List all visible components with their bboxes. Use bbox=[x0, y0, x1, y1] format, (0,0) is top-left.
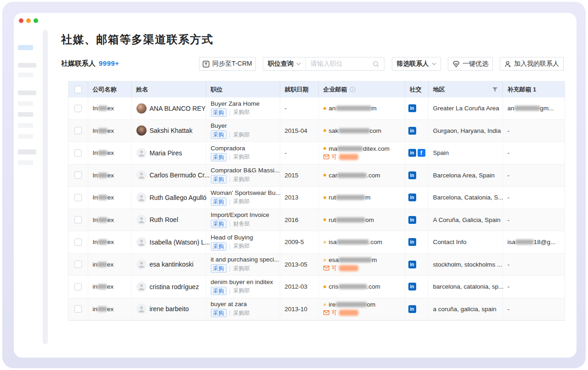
sidebar-divider bbox=[43, 30, 48, 344]
extra-email: - bbox=[508, 127, 560, 134]
contact-name[interactable]: irene barbeito bbox=[150, 305, 189, 313]
redacted-text bbox=[98, 217, 107, 222]
add-person-icon bbox=[504, 61, 511, 68]
contact-name[interactable]: Carlos Bermudo Cr... bbox=[150, 171, 210, 179]
redacted-text bbox=[339, 310, 358, 316]
row-checkbox[interactable] bbox=[74, 127, 82, 134]
header-position: 职位 bbox=[211, 85, 223, 94]
filter-icon[interactable] bbox=[492, 87, 498, 92]
extra-email: isa18@g... bbox=[508, 239, 560, 245]
extra-email: - bbox=[508, 261, 560, 268]
table-row[interactable]: InexRuth Gallego AgullóWoman' Sportswear… bbox=[68, 187, 565, 209]
table-row[interactable]: inexcristina rodríguezdenim buyer en ind… bbox=[68, 276, 565, 298]
info-icon[interactable] bbox=[350, 86, 356, 92]
extra-email: - bbox=[508, 149, 560, 156]
row-checkbox[interactable] bbox=[74, 171, 82, 179]
row-checkbox[interactable] bbox=[74, 283, 82, 290]
region: a coruña, galicia, spain bbox=[433, 306, 498, 313]
linkedin-icon[interactable]: in bbox=[408, 127, 416, 135]
row-checkbox[interactable] bbox=[74, 149, 82, 157]
extra-email: - bbox=[508, 172, 560, 179]
linkedin-icon[interactable]: in bbox=[408, 216, 416, 224]
region: Barcelona Area, Spain bbox=[433, 172, 498, 179]
minimize-window-dot[interactable] bbox=[26, 18, 31, 23]
linkedin-icon[interactable]: in bbox=[408, 305, 416, 313]
department-label: 财务部 bbox=[233, 220, 250, 228]
avatar bbox=[136, 103, 147, 114]
region: Spain bbox=[433, 149, 498, 156]
linkedin-icon[interactable]: in bbox=[408, 283, 416, 290]
table-row[interactable]: InexIsabella (Watson) L...Head of Buying… bbox=[68, 231, 565, 254]
avatar bbox=[136, 125, 147, 136]
row-checkbox[interactable] bbox=[74, 261, 82, 268]
close-window-dot[interactable] bbox=[19, 18, 23, 23]
contact-name[interactable]: Ruth Roel bbox=[150, 216, 178, 223]
email-status-dot bbox=[323, 196, 326, 199]
linkedin-icon[interactable]: in bbox=[408, 149, 416, 157]
contact-name[interactable]: Isabella (Watson) L... bbox=[150, 239, 210, 246]
sidebar-skeleton-item bbox=[18, 160, 33, 165]
avatar bbox=[136, 170, 147, 180]
email-status-dot bbox=[323, 285, 326, 288]
redacted-text bbox=[98, 150, 107, 155]
position-query-dropdown[interactable]: 职位查询 bbox=[263, 57, 306, 70]
linkedin-icon[interactable]: in bbox=[408, 238, 416, 246]
select-all-checkbox[interactable] bbox=[74, 86, 82, 93]
contact-name[interactable]: Ruth Gallego Agulló bbox=[150, 194, 207, 201]
row-checkbox[interactable] bbox=[74, 239, 82, 246]
start-date: - bbox=[285, 105, 314, 112]
facebook-icon[interactable]: f bbox=[418, 149, 425, 157]
company-name: inex bbox=[93, 306, 127, 313]
table-row[interactable]: InexMaria PiresCompradora采购|采购部-maditex.… bbox=[68, 142, 565, 165]
extra-email: - bbox=[508, 283, 560, 290]
avatar bbox=[136, 259, 147, 269]
company-name: inex bbox=[93, 261, 127, 268]
sync-to-crm-button[interactable]: 同步至T-CRM bbox=[199, 57, 256, 71]
one-click-pick-button[interactable]: 一键优选 bbox=[448, 57, 493, 71]
row-checkbox[interactable] bbox=[74, 216, 82, 223]
table-row[interactable]: inexesa kantinkoskiit and purchasing spe… bbox=[68, 253, 565, 276]
tag-purchasing: 采购 bbox=[211, 220, 226, 228]
tag-purchasing: 采购 bbox=[211, 175, 226, 183]
table-row[interactable]: InexANA BLANCO REYBuyer Zara Home采购|采购部-… bbox=[68, 97, 565, 120]
linkedin-icon[interactable]: in bbox=[408, 261, 416, 268]
email-status-dot bbox=[323, 107, 326, 110]
chevron-down-icon bbox=[296, 63, 301, 65]
position-search-input[interactable]: 请输入职位 bbox=[306, 60, 384, 68]
add-to-my-contacts-button[interactable]: 加入我的联系人 bbox=[500, 57, 564, 71]
table-row[interactable]: inexirene barbeitobuyer at zara采购|采购部201… bbox=[68, 298, 565, 320]
start-date: 2013 bbox=[285, 194, 314, 201]
table-row[interactable]: InexRuth RoelImport/Export Invoice采购|财务部… bbox=[68, 209, 565, 231]
table-row[interactable]: InexCarlos Bermudo Cr...Comprador B&G Ma… bbox=[68, 164, 565, 187]
sidebar-item-active[interactable] bbox=[18, 45, 33, 50]
company-name: Inex bbox=[93, 172, 127, 179]
filter-contacts-dropdown[interactable]: 筛选联系人 bbox=[392, 57, 441, 71]
company-name: Inex bbox=[93, 149, 127, 156]
contact-name[interactable]: ANA BLANCO REY bbox=[150, 105, 206, 112]
table-row[interactable]: InexSakshi KhattakBuyer采购|采购部2015-04sakc… bbox=[68, 120, 565, 142]
linkedin-icon[interactable]: in bbox=[408, 104, 416, 112]
redacted-text bbox=[336, 195, 365, 200]
row-checkbox[interactable] bbox=[74, 194, 82, 201]
position-title: Comprador B&G Massi... bbox=[211, 167, 275, 174]
contact-name[interactable]: Maria Pires bbox=[150, 149, 182, 157]
contact-name[interactable]: Sakshi Khattak bbox=[150, 127, 192, 134]
linkedin-icon[interactable]: in bbox=[408, 194, 416, 201]
redacted-text bbox=[337, 173, 367, 178]
avatar bbox=[136, 282, 147, 292]
contact-name[interactable]: cristina rodríguez bbox=[150, 283, 199, 290]
company-email: maditex.com bbox=[323, 145, 400, 152]
contact-name[interactable]: esa kantinkoski bbox=[150, 261, 194, 268]
start-date: 2016 bbox=[285, 216, 314, 223]
redacted-text bbox=[339, 284, 367, 289]
position-title: Buyer bbox=[211, 122, 275, 129]
company-email: anm bbox=[323, 105, 400, 112]
row-checkbox[interactable] bbox=[74, 105, 82, 112]
redacted-text bbox=[98, 106, 107, 111]
deliverable-badge: 可 bbox=[323, 153, 400, 161]
linkedin-icon[interactable]: in bbox=[408, 171, 416, 179]
maximize-window-dot[interactable] bbox=[34, 18, 38, 23]
company-name: Inex bbox=[93, 216, 127, 223]
row-checkbox[interactable] bbox=[74, 305, 82, 313]
redacted-text bbox=[515, 239, 534, 245]
